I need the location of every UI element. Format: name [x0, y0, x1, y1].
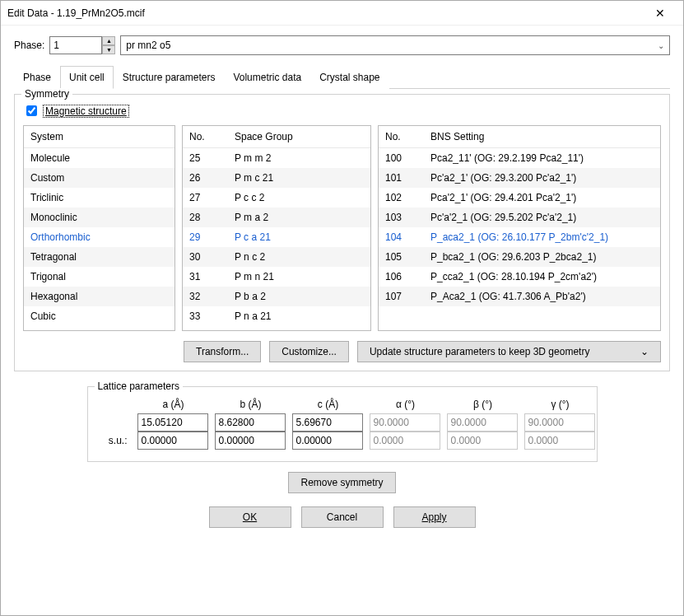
sg-name-header: Space Group	[228, 126, 370, 147]
bns-row[interactable]: 100Pca2_11' (OG: 29.2.199 Pca2_11')	[379, 148, 660, 168]
system-row[interactable]: Molecule	[24, 148, 174, 168]
system-row[interactable]: Custom	[24, 168, 174, 188]
bns-row[interactable]: 107P_Aca2_1 (OG: 41.7.306 A_Pb'a2')	[379, 287, 660, 306]
lattice-header: a (Å)	[137, 395, 210, 413]
lattice-title: Lattice parameters	[95, 380, 183, 392]
phase-name-combo[interactable]: pr mn2 o5 ⌄	[120, 35, 670, 55]
close-icon[interactable]: ✕	[644, 7, 677, 20]
lattice-value-input[interactable]	[215, 413, 286, 432]
titlebar: Edit Data - 1.19_PrMn2O5.mcif ✕	[1, 1, 683, 26]
magnetic-structure-checkbox[interactable]: Magnetic structure	[23, 103, 661, 119]
system-row[interactable]: Triclinic	[24, 188, 174, 208]
bns-row[interactable]: 104P_aca2_1 (OG: 26.10.177 P_2bm'c'2_1)	[379, 227, 660, 247]
bns-listbox[interactable]: No. BNS Setting 100Pca2_11' (OG: 29.2.19…	[378, 125, 661, 331]
phase-up-icon[interactable]: ▲	[102, 36, 115, 45]
spacegroup-row[interactable]: 29P c a 21	[183, 227, 370, 247]
system-row[interactable]: Tetragonal	[24, 247, 174, 267]
ok-button[interactable]: OK	[209, 506, 291, 528]
system-header: System	[24, 126, 174, 147]
spacegroup-row[interactable]: 33P n a 21	[183, 306, 370, 326]
lattice-su-input	[370, 432, 440, 450]
phase-name-value: pr mn2 o5	[126, 40, 170, 51]
lattice-header: β (°)	[447, 395, 519, 413]
lattice-value-input	[447, 413, 518, 432]
cancel-button[interactable]: Cancel	[301, 506, 384, 528]
tab-crystal-shape[interactable]: Crystal shape	[310, 66, 389, 89]
lattice-su-input[interactable]	[137, 432, 208, 450]
spacegroup-listbox[interactable]: No. Space Group 25P m m 226P m c 2127P c…	[182, 125, 371, 331]
symmetry-title: Symmetry	[21, 88, 72, 100]
bns-no-header: No.	[379, 126, 424, 147]
system-row[interactable]: Orthorhombic	[24, 227, 174, 247]
transform-button[interactable]: Transform...	[184, 341, 261, 362]
lattice-value-input[interactable]	[292, 413, 363, 432]
customize-button[interactable]: Customize...	[269, 341, 349, 362]
lattice-header: c (Å)	[292, 395, 365, 413]
system-row[interactable]: Trigonal	[24, 267, 174, 287]
symmetry-group: Symmetry Magnetic structure System Molec…	[14, 94, 670, 371]
lattice-su-input[interactable]	[292, 432, 363, 450]
system-listbox[interactable]: System MoleculeCustomTriclinicMonoclinic…	[23, 125, 175, 331]
spacegroup-row[interactable]: 31P m n 21	[183, 267, 370, 287]
lattice-header: b (Å)	[215, 395, 287, 413]
spacegroup-row[interactable]: 32P b a 2	[183, 287, 370, 306]
system-row[interactable]: Hexagonal	[24, 287, 174, 306]
spacegroup-row[interactable]: 26P m c 21	[183, 168, 370, 188]
phase-number-stepper[interactable]: ▲ ▼	[49, 36, 115, 54]
lattice-su-input	[524, 432, 595, 450]
update-structure-button[interactable]: Update structure parameters to keep 3D g…	[357, 341, 661, 362]
phase-down-icon[interactable]: ▼	[102, 45, 115, 54]
sg-no-header: No.	[183, 126, 228, 147]
lattice-value-input[interactable]	[137, 413, 208, 432]
spacegroup-row[interactable]: 27P c c 2	[183, 188, 370, 208]
chevron-down-icon: ⌄	[658, 41, 664, 50]
bns-row[interactable]: 103Pc'a'2_1 (OG: 29.5.202 Pc'a'2_1)	[379, 208, 660, 227]
lattice-header: α (°)	[370, 395, 442, 413]
remove-symmetry-button[interactable]: Remove symmetry	[288, 472, 395, 493]
magnetic-structure-label: Magnetic structure	[43, 105, 129, 118]
edit-data-dialog: Edit Data - 1.19_PrMn2O5.mcif ✕ Phase: ▲…	[0, 0, 684, 616]
tab-volumetric-data[interactable]: Volumetric data	[224, 66, 310, 89]
update-structure-label: Update structure parameters to keep 3D g…	[370, 346, 589, 357]
spacegroup-row[interactable]: 30P n c 2	[183, 247, 370, 267]
bns-row[interactable]: 101Pc'a2_1' (OG: 29.3.200 Pc'a2_1')	[379, 168, 660, 188]
bns-row[interactable]: 106P_cca2_1 (OG: 28.10.194 P_2cm'a2')	[379, 267, 660, 287]
tab-structure-parameters[interactable]: Structure parameters	[114, 66, 225, 89]
window-title: Edit Data - 1.19_PrMn2O5.mcif	[7, 7, 644, 19]
tab-unit-cell[interactable]: Unit cell	[60, 66, 114, 89]
su-label: s.u.:	[100, 435, 133, 446]
phase-number-input[interactable]	[49, 36, 102, 54]
bns-row[interactable]: 105P_bca2_1 (OG: 29.6.203 P_2bca2_1)	[379, 247, 660, 267]
dialog-content: Phase: ▲ ▼ pr mn2 o5 ⌄ PhaseUnit cellStr…	[1, 26, 683, 536]
system-row[interactable]: Cubic	[24, 306, 174, 326]
lattice-su-input[interactable]	[215, 432, 286, 450]
phase-label: Phase:	[14, 40, 44, 51]
lattice-value-input	[370, 413, 440, 432]
spacegroup-row[interactable]: 28P m a 2	[183, 208, 370, 227]
tab-bar: PhaseUnit cellStructure parametersVolume…	[14, 65, 670, 89]
apply-button[interactable]: Apply	[393, 506, 476, 528]
bns-row[interactable]: 102Pca'2_1' (OG: 29.4.201 Pca'2_1')	[379, 188, 660, 208]
magnetic-structure-input[interactable]	[26, 105, 37, 116]
lattice-value-input	[524, 413, 595, 432]
tab-phase[interactable]: Phase	[14, 66, 60, 89]
lattice-su-input	[447, 432, 518, 450]
bns-name-header: BNS Setting	[424, 126, 660, 147]
spacegroup-row[interactable]: 25P m m 2	[183, 148, 370, 168]
lattice-header: γ (°)	[524, 395, 597, 413]
phase-row: Phase: ▲ ▼ pr mn2 o5 ⌄	[14, 35, 670, 55]
chevron-down-icon: ⌄	[640, 346, 649, 357]
lattice-parameters-group: Lattice parameters a (Å)b (Å)c (Å)α (°)β…	[87, 386, 598, 462]
system-row[interactable]: Monoclinic	[24, 208, 174, 227]
